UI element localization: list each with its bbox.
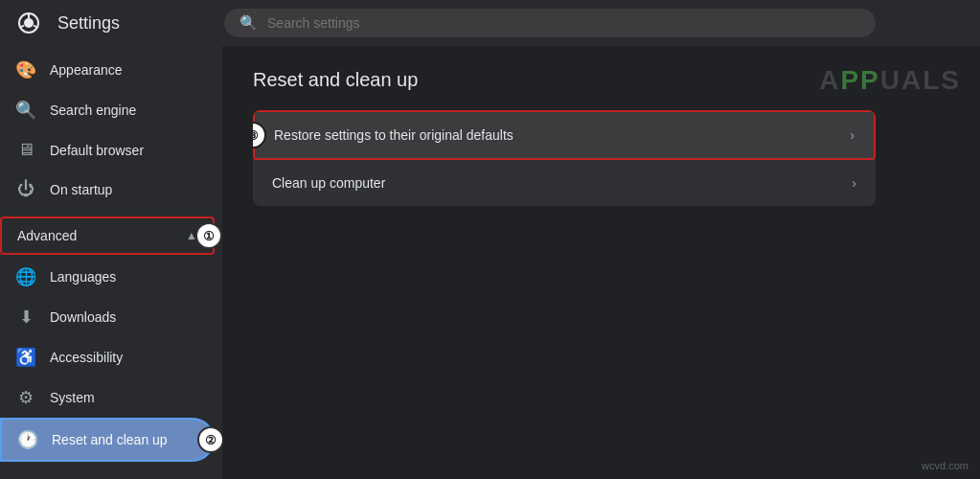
system-icon: ⚙ [15,387,36,408]
advanced-badge: ① [195,222,222,249]
svg-point-1 [24,18,34,28]
restore-row-badge: ③ [253,122,266,148]
sidebar-item-label: On startup [50,182,112,197]
sidebar-item-label: Languages [50,269,116,285]
sidebar-item-label: Downloads [50,309,116,325]
sidebar-item-label: Appearance [50,62,123,78]
sidebar-item-appearance[interactable]: 🎨 Appearance [0,50,215,90]
sidebar-item-default-browser[interactable]: 🖥 Default browser [0,130,215,170]
url-watermark: wcvd.com [922,460,969,471]
sidebar-item-label: Accessibility [50,350,123,365]
sidebar-item-downloads[interactable]: ⬇ Downloads [0,297,215,337]
on-startup-icon: ⏻ [15,179,36,199]
sidebar-item-on-startup[interactable]: ⏻ On startup [0,170,215,209]
reset-icon: 🕐 [17,429,38,450]
search-input[interactable] [267,15,860,31]
watermark-accent: PP [840,65,879,95]
watermark-text-before: A [819,65,840,95]
restore-defaults-row[interactable]: ③ Restore settings to their original def… [253,110,876,160]
chrome-logo-icon [15,10,42,36]
restore-chevron-icon: › [850,127,855,143]
appearance-icon: 🎨 [15,59,36,80]
watermark: APPUALS [819,65,961,96]
languages-icon: 🌐 [15,266,36,287]
sidebar-item-label: Search engine [50,103,136,118]
cleanup-chevron-icon: › [852,175,856,191]
clean-up-label: Clean up computer [272,175,852,191]
search-engine-icon: 🔍 [15,100,36,121]
sidebar-item-system[interactable]: ⚙ System [0,377,215,418]
app-title: Settings [57,13,120,34]
search-bar[interactable]: 🔍 [224,9,876,37]
downloads-icon: ⬇ [15,307,36,328]
topbar: Settings 🔍 [0,0,980,46]
sidebar-item-search-engine[interactable]: 🔍 Search engine [0,90,215,130]
sidebar-item-languages[interactable]: 🌐 Languages [0,257,215,297]
restore-defaults-label: Restore settings to their original defau… [274,127,850,143]
advanced-label: Advanced [17,228,77,243]
sidebar-item-label: System [50,390,95,405]
clean-up-row[interactable]: Clean up computer › [253,160,876,206]
reset-badge: ② [197,426,222,453]
sidebar-advanced-header[interactable]: Advanced ▲ ① [0,217,215,255]
main-area: 🎨 Appearance 🔍 Search engine 🖥 Default b… [0,46,980,479]
sidebar-item-reset[interactable]: 🕐 Reset and clean up ② [0,418,215,462]
sidebar-item-label: Reset and clean up [52,432,168,447]
sidebar-item-label: Default browser [50,143,144,158]
content-area: APPUALS Reset and clean up ③ Restore set… [222,46,980,479]
sidebar: 🎨 Appearance 🔍 Search engine 🖥 Default b… [0,46,222,479]
search-icon: 🔍 [239,14,258,32]
accessibility-icon: ♿ [15,347,36,368]
default-browser-icon: 🖥 [15,140,36,160]
watermark-text-after: UALS [880,65,961,95]
sidebar-item-accessibility[interactable]: ♿ Accessibility [0,337,215,377]
settings-card: ③ Restore settings to their original def… [253,110,876,206]
